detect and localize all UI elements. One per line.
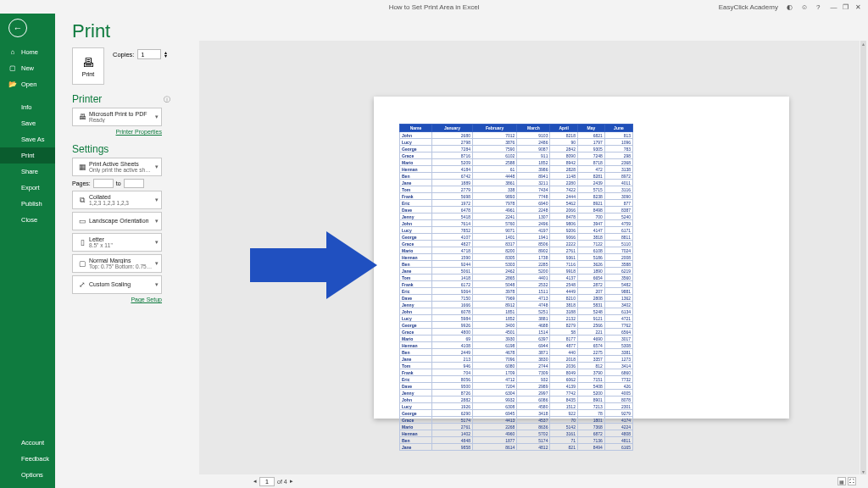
- page-setup-link[interactable]: Page Setup: [72, 297, 162, 302]
- paper-sub: 8.5" x 11": [89, 242, 153, 248]
- preview-page: NameJanuaryFebruaryMarchAprilMayJuneJohn…: [374, 97, 789, 419]
- print-what-sub: Only print the active sheets: [89, 167, 153, 173]
- home-icon: ⌂: [8, 48, 17, 57]
- backstage-sidebar: ← ⌂Home ▢New 📂Open Info Save Save As Pri…: [0, 14, 55, 488]
- nav-export-label: Export: [21, 184, 40, 191]
- pages-to-input[interactable]: [124, 179, 144, 188]
- printer-status: Ready: [89, 117, 153, 123]
- printer-device-icon: 🖶: [75, 110, 89, 124]
- nav-publish-label: Publish: [21, 200, 42, 208]
- nav-new[interactable]: ▢New: [0, 60, 55, 76]
- collated-sub: 1,2,3 1,2,3 1,2,3: [89, 200, 153, 206]
- chevron-down-icon: ▾: [155, 114, 159, 120]
- nav-close-label: Close: [21, 216, 37, 224]
- emoji-icon[interactable]: ☺: [801, 3, 808, 11]
- pages-label: Pages:: [72, 180, 91, 186]
- chevron-down-icon: ▾: [155, 218, 159, 225]
- restore-button[interactable]: ❐: [841, 3, 851, 11]
- nav-print-label: Print: [21, 152, 34, 159]
- copies-spinner[interactable]: ▴▾: [164, 51, 167, 58]
- print-title: Print: [72, 20, 170, 42]
- page-number-input[interactable]: [259, 477, 275, 486]
- sheets-icon: ▦: [75, 160, 89, 174]
- chevron-down-icon: ▾: [155, 239, 159, 246]
- close-button[interactable]: ✕: [853, 3, 863, 11]
- collated-title: Collated: [89, 194, 153, 201]
- nav-feedback[interactable]: Feedback: [0, 451, 55, 467]
- window-title: How to Set Print Area in Excel: [389, 3, 480, 11]
- print-what-title: Print Active Sheets: [89, 161, 153, 168]
- nav-print[interactable]: Print: [0, 147, 55, 164]
- nav-saveas-label: Save As: [21, 136, 45, 143]
- printer-info-icon[interactable]: ⓘ: [164, 95, 170, 104]
- new-icon: ▢: [8, 64, 17, 73]
- nav-publish[interactable]: Publish: [0, 196, 55, 212]
- paper-title: Letter: [89, 236, 153, 243]
- chevron-down-icon: ▾: [155, 164, 159, 170]
- copies-label: Copies:: [113, 51, 134, 58]
- account-name[interactable]: EasyClick Academy: [719, 3, 778, 11]
- collated-dropdown[interactable]: ⧉ Collated1,2,3 1,2,3 1,2,3 ▾: [72, 191, 162, 209]
- print-backstage: Print 🖶 Print Copies: ▴▾ Printerⓘ 🖶 Micr…: [55, 14, 868, 488]
- nav-share[interactable]: Share: [0, 164, 55, 180]
- paper-icon: ▯: [75, 236, 89, 249]
- open-icon: 📂: [8, 80, 17, 89]
- paper-dropdown[interactable]: ▯ Letter8.5" x 11" ▾: [72, 233, 162, 252]
- back-button[interactable]: ←: [8, 19, 27, 37]
- zoom-to-page-button[interactable]: ⛶: [848, 477, 856, 485]
- nav-account-label: Account: [21, 439, 44, 446]
- account-icon[interactable]: ◐: [787, 3, 793, 11]
- data-table: NameJanuaryFebruaryMarchAprilMayJuneJohn…: [399, 124, 633, 451]
- nav-info-label: Info: [21, 103, 32, 111]
- show-margins-button[interactable]: ▦: [837, 477, 846, 485]
- margins-sub: Top: 0.75" Bottom: 0.75" Left...: [89, 263, 153, 269]
- svg-marker-0: [250, 231, 377, 299]
- orientation-title: Landscape Orientation: [89, 218, 153, 225]
- copies-input[interactable]: [137, 49, 161, 59]
- nav-open-label: Open: [21, 80, 36, 88]
- nav-info[interactable]: Info: [0, 99, 55, 115]
- scaling-title: Custom Scaling: [89, 281, 153, 288]
- printer-dropdown[interactable]: 🖶 Microsoft Print to PDFReady ▾: [72, 108, 162, 126]
- page-next-button[interactable]: ▸: [290, 478, 293, 485]
- nav-export[interactable]: Export: [0, 180, 55, 196]
- pager: ◂ of 4 ▸ ▦ ⛶: [199, 474, 860, 488]
- margins-dropdown[interactable]: ▢ Normal MarginsTop: 0.75" Bottom: 0.75"…: [72, 254, 162, 273]
- print-what-dropdown[interactable]: ▦ Print Active SheetsOnly print the acti…: [72, 158, 162, 176]
- print-button-label: Print: [82, 71, 94, 77]
- titlebar: How to Set Print Area in Excel EasyClick…: [0, 0, 868, 14]
- nav-feedback-label: Feedback: [21, 455, 49, 463]
- nav-share-label: Share: [21, 168, 38, 175]
- minimize-button[interactable]: —: [829, 3, 839, 11]
- pages-to-label: to: [116, 180, 121, 186]
- nav-save-label: Save: [21, 119, 36, 127]
- print-panel: Print 🖶 Print Copies: ▴▾ Printerⓘ 🖶 Micr…: [55, 14, 182, 304]
- nav-open[interactable]: 📂Open: [0, 76, 55, 92]
- printer-icon: 🖶: [82, 56, 94, 69]
- nav-options[interactable]: Options: [0, 467, 55, 483]
- help-icon[interactable]: ?: [816, 3, 820, 11]
- chevron-down-icon: ▾: [155, 197, 159, 203]
- page-prev-button[interactable]: ◂: [253, 478, 257, 485]
- nav-save[interactable]: Save: [0, 115, 55, 131]
- arrow-left-icon: ←: [14, 23, 23, 33]
- nav-home-label: Home: [21, 48, 38, 56]
- nav-account[interactable]: Account: [0, 435, 55, 451]
- chevron-down-icon: ▾: [155, 260, 159, 267]
- scaling-dropdown[interactable]: ⤢ Custom Scaling ▾: [72, 275, 162, 294]
- print-button[interactable]: 🖶 Print: [72, 47, 104, 85]
- printer-properties-link[interactable]: Printer Properties: [72, 129, 162, 135]
- nav-new-label: New: [21, 64, 34, 72]
- preview-scrollbar[interactable]: [860, 41, 866, 474]
- pages-from-input[interactable]: [93, 179, 114, 188]
- printer-name: Microsoft Print to PDF: [89, 111, 153, 118]
- orientation-dropdown[interactable]: ▭ Landscape Orientation ▾: [72, 212, 162, 230]
- page-of-label: of 4: [277, 479, 287, 485]
- chevron-down-icon: ▾: [155, 281, 159, 288]
- nav-close[interactable]: Close: [0, 212, 55, 228]
- preview-sheet: NameJanuaryFebruaryMarchAprilMayJuneJohn…: [399, 124, 633, 451]
- print-preview: NameJanuaryFebruaryMarchAprilMayJuneJohn…: [199, 41, 860, 474]
- nav-saveas[interactable]: Save As: [0, 131, 55, 147]
- nav-home[interactable]: ⌂Home: [0, 44, 55, 60]
- orientation-icon: ▭: [75, 214, 89, 228]
